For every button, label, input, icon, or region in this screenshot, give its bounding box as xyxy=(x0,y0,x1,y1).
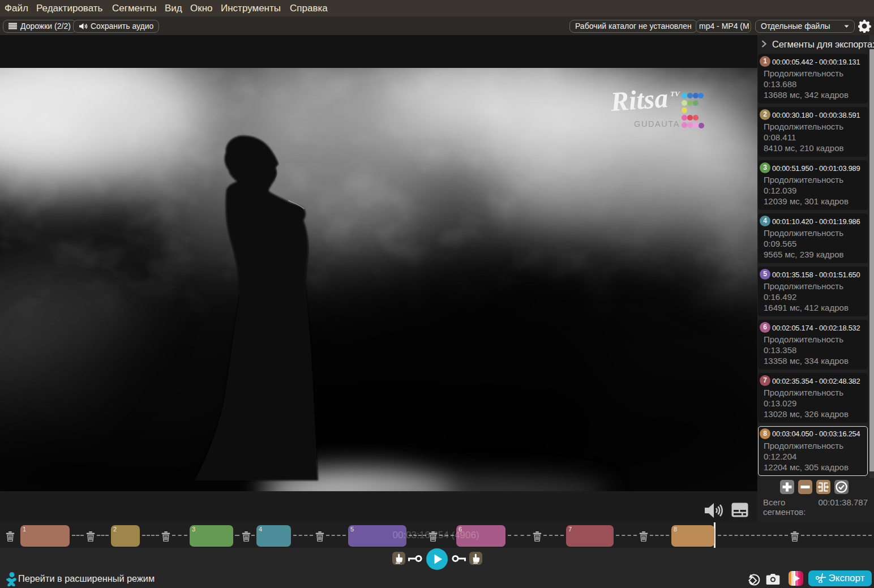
svg-text:GUDAUTA: GUDAUTA xyxy=(634,119,680,128)
svg-text:TV: TV xyxy=(670,89,680,98)
svg-text:Ritsa: Ritsa xyxy=(609,83,669,117)
